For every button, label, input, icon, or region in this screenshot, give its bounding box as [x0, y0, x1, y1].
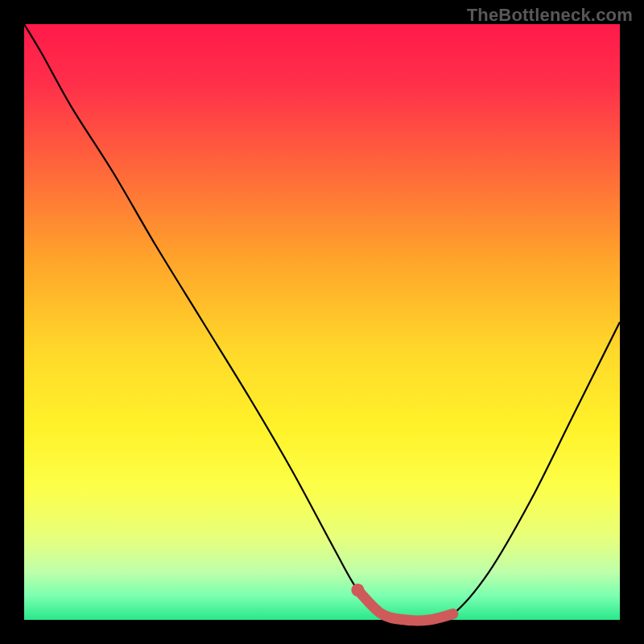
bottleneck-chart: [0, 0, 644, 644]
plot-background: [24, 24, 620, 620]
watermark-text: TheBottleneck.com: [467, 5, 633, 26]
